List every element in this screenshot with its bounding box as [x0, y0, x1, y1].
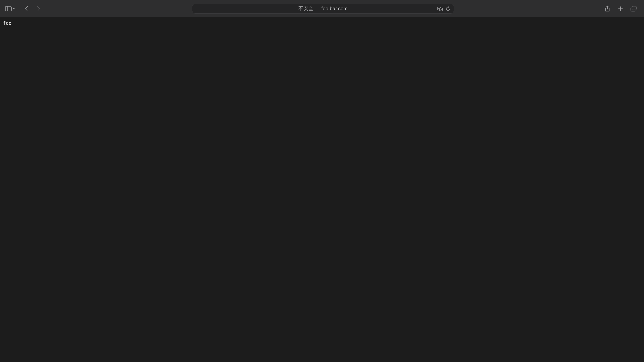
svg-text:A: A [438, 7, 440, 9]
reload-icon [446, 6, 451, 11]
sidebar-toggle-button[interactable] [5, 5, 12, 12]
translate-button[interactable]: A 文 [437, 6, 443, 12]
plus-icon [618, 6, 623, 11]
sidebar-icon [5, 6, 12, 11]
address-bar[interactable]: 不安全 — foo.bar.com A 文 [192, 4, 454, 13]
share-icon [605, 5, 610, 12]
toolbar-center: 不安全 — foo.bar.com A 文 [45, 4, 601, 13]
share-button[interactable] [604, 5, 611, 12]
address-text: 不安全 — foo.bar.com [298, 5, 348, 12]
tabs-icon [630, 6, 637, 11]
sidebar-toggle-group [5, 5, 16, 12]
nav-group [23, 5, 42, 12]
address-bar-icons: A 文 [437, 6, 451, 12]
chevron-right-icon [37, 6, 40, 12]
toolbar-right-group [604, 5, 639, 12]
tabs-overview-button[interactable] [630, 5, 637, 12]
address-domain: foo.bar.com [321, 6, 348, 11]
page-content: foo [0, 17, 644, 362]
svg-rect-8 [632, 6, 636, 10]
back-button[interactable] [23, 5, 30, 12]
svg-rect-0 [5, 6, 12, 11]
translate-icon: A 文 [437, 6, 443, 11]
address-security-prefix: 不安全 — [298, 6, 321, 11]
reload-button[interactable] [445, 6, 451, 12]
sidebar-menu-chevron[interactable] [12, 8, 16, 10]
browser-toolbar: 不安全 — foo.bar.com A 文 [0, 0, 644, 17]
toolbar-left-group [5, 5, 42, 12]
new-tab-button[interactable] [617, 5, 624, 12]
page-body-text: foo [3, 20, 641, 26]
forward-button[interactable] [35, 5, 42, 12]
svg-text:文: 文 [440, 8, 442, 11]
chevron-left-icon [25, 6, 28, 12]
